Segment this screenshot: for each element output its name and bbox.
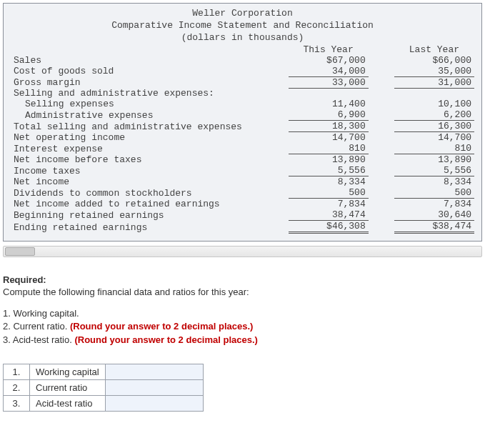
answer-label: Working capital [30, 364, 106, 379]
row-this-year: 7,834 [289, 199, 369, 210]
required-prompt: Compute the following financial data and… [3, 287, 482, 297]
question-number: 2. [3, 321, 13, 332]
question-number: 3. [3, 334, 13, 345]
row-this-year: 8,334 [289, 176, 369, 188]
statement-row: Income taxes5,5565,556 [11, 165, 474, 176]
question-item: 3. Acid-test ratio. (Round your answer t… [3, 334, 482, 347]
statement-row: Selling and administrative expenses: [11, 88, 474, 99]
row-last-year: 16,300 [394, 121, 474, 132]
question-text: Acid-test ratio. [13, 334, 75, 345]
row-this-year: 13,890 [289, 154, 369, 166]
income-statement-table: This Year Last Year Sales$67,000$66,000C… [11, 44, 474, 234]
answer-table: 1.Working capital2.Current ratio3.Acid-t… [3, 364, 204, 412]
answer-label: Current ratio [30, 379, 106, 395]
statement-row: Selling expenses11,40010,100 [11, 99, 474, 109]
row-this-year: 810 [289, 143, 369, 154]
row-last-year: 35,000 [394, 66, 474, 77]
company-name: Weller Corporation [192, 8, 292, 19]
row-last-year: 7,834 [394, 199, 474, 210]
statement-row: Cost of goods sold34,00035,000 [11, 66, 474, 77]
statement-row: Net income8,3348,334 [11, 176, 474, 188]
question-note: (Round your answer to 2 decimal places.) [70, 321, 253, 332]
statement-row: Net income added to retained earnings7,8… [11, 199, 474, 210]
statement-row: Administrative expenses6,9006,200 [11, 109, 474, 121]
income-statement-panel: Weller Corporation Comparative Income St… [3, 3, 482, 242]
answer-number: 1. [4, 364, 30, 379]
row-label: Ending retained earnings [11, 221, 289, 233]
row-last-year: 5,556 [394, 165, 474, 176]
row-label: Cost of goods sold [11, 66, 289, 77]
row-last-year: 6,200 [394, 109, 474, 121]
row-this-year: 18,300 [289, 121, 369, 132]
row-label: Dividends to common stockholders [11, 187, 289, 199]
row-label: Sales [11, 55, 289, 66]
statement-row: Sales$67,000$66,000 [11, 55, 474, 66]
row-last-year [394, 88, 474, 99]
question-item: 1. Working capital. [3, 307, 482, 320]
answer-label: Acid-test ratio [30, 395, 106, 411]
row-label: Net operating income [11, 132, 289, 144]
question-item: 2. Current ratio. (Round your answer to … [3, 320, 482, 333]
row-this-year [289, 88, 369, 99]
question-note: (Round your answer to 2 decimal places.) [74, 334, 257, 345]
question-number: 1. [3, 308, 13, 319]
row-last-year: 14,700 [394, 132, 474, 144]
row-label: Total selling and administrative expense… [11, 121, 289, 132]
row-label: Gross margin [11, 76, 289, 88]
answer-number: 3. [4, 395, 30, 411]
row-label: Income taxes [11, 165, 289, 176]
question-text: Current ratio. [13, 321, 69, 332]
answer-input[interactable] [105, 395, 203, 411]
statement-row: Gross margin33,00031,000 [11, 76, 474, 88]
row-last-year: 10,100 [394, 99, 474, 109]
answer-row: 2.Current ratio [4, 379, 204, 395]
row-this-year: 500 [289, 187, 369, 199]
row-last-year: 13,890 [394, 154, 474, 166]
statement-row: Beginning retained earnings38,47430,640 [11, 209, 474, 221]
row-label: Net income added to retained earnings [11, 199, 289, 210]
row-last-year: $38,474 [394, 221, 474, 233]
answer-row: 3.Acid-test ratio [4, 395, 204, 411]
row-last-year: 30,640 [394, 209, 474, 221]
col-header-this: This Year [289, 44, 369, 55]
horizontal-scrollbar[interactable] [3, 246, 482, 257]
row-this-year: 33,000 [289, 76, 369, 88]
row-label: Selling and administrative expenses: [11, 88, 289, 99]
statement-row: Interest expense810810 [11, 143, 474, 154]
row-label: Selling expenses [11, 99, 289, 109]
row-this-year: 14,700 [289, 132, 369, 144]
row-last-year: $66,000 [394, 55, 474, 66]
row-this-year: $46,308 [289, 221, 369, 233]
answer-input[interactable] [105, 364, 203, 379]
row-last-year: 31,000 [394, 76, 474, 88]
answer-number: 2. [4, 379, 30, 395]
statement-units: (dollars in thousands) [181, 32, 304, 43]
row-this-year: 6,900 [289, 109, 369, 121]
statement-row: Net income before taxes13,89013,890 [11, 154, 474, 166]
question-list: 1. Working capital. 2. Current ratio. (R… [3, 307, 482, 347]
row-this-year: $67,000 [289, 55, 369, 66]
statement-title: Comparative Income Statement and Reconci… [111, 20, 374, 31]
row-last-year: 500 [394, 187, 474, 199]
row-label: Net income before taxes [11, 154, 289, 166]
question-text: Working capital. [13, 308, 79, 319]
statement-row: Net operating income14,70014,700 [11, 132, 474, 144]
statement-row: Total selling and administrative expense… [11, 121, 474, 132]
row-label: Administrative expenses [11, 109, 289, 121]
row-last-year: 810 [394, 143, 474, 154]
row-this-year: 11,400 [289, 99, 369, 109]
row-label: Net income [11, 176, 289, 188]
row-label: Beginning retained earnings [11, 209, 289, 221]
required-heading: Required: [3, 274, 482, 285]
scrollbar-thumb[interactable] [5, 247, 35, 256]
answer-row: 1.Working capital [4, 364, 204, 379]
statement-row: Dividends to common stockholders500500 [11, 187, 474, 199]
row-this-year: 5,556 [289, 165, 369, 176]
statement-row: Ending retained earnings$46,308$38,474 [11, 221, 474, 233]
row-label: Interest expense [11, 143, 289, 154]
col-header-last: Last Year [394, 44, 474, 55]
row-last-year: 8,334 [394, 176, 474, 188]
answer-input[interactable] [105, 379, 203, 395]
row-this-year: 38,474 [289, 209, 369, 221]
row-this-year: 34,000 [289, 66, 369, 77]
